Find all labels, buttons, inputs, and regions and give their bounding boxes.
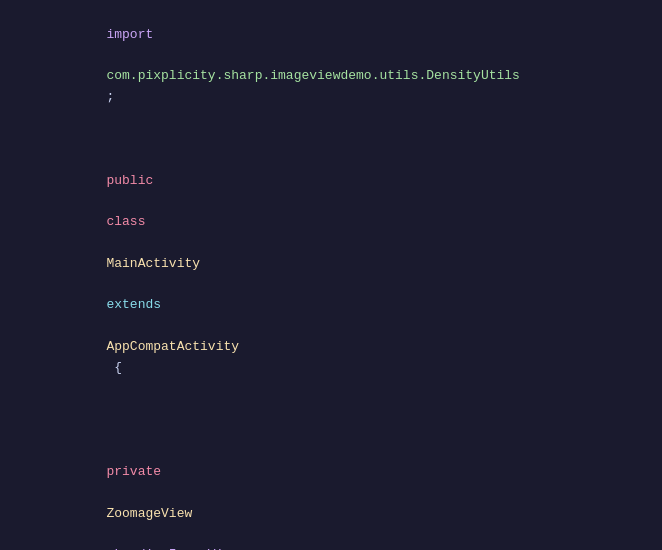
kw-extends: extends — [106, 297, 161, 312]
code-line-blank2 — [0, 399, 662, 420]
line-code-field1: private ZoomageView mLoadingImageView ; — [36, 420, 662, 550]
code-editor: import com.pixplicity.sharp.imageviewdem… — [0, 0, 662, 550]
class-name-appcompat: AppCompatActivity — [106, 339, 239, 354]
package-text: com.pixplicity.sharp.imageviewdemo.utils… — [106, 68, 519, 83]
keyword-import: import — [106, 27, 153, 42]
line-code-blank2 — [36, 399, 662, 420]
type-zoomage: ZoomageView — [106, 506, 192, 521]
class-name-main: MainActivity — [106, 256, 200, 271]
code-line-field1: private ZoomageView mLoadingImageView ; — [0, 420, 662, 550]
kw-public: public — [106, 173, 153, 188]
line-code-class: public class MainActivity extends AppCom… — [36, 150, 662, 400]
line-code-blank1 — [36, 129, 662, 150]
code-content: import com.pixplicity.sharp.imageviewdem… — [0, 0, 662, 550]
code-line-blank1 — [0, 129, 662, 150]
kw-private1: private — [106, 464, 161, 479]
kw-class: class — [106, 214, 145, 229]
code-line-class: public class MainActivity extends AppCom… — [0, 150, 662, 400]
line-code-1: import com.pixplicity.sharp.imageviewdem… — [36, 4, 662, 129]
code-line-1: import com.pixplicity.sharp.imageviewdem… — [0, 4, 662, 129]
